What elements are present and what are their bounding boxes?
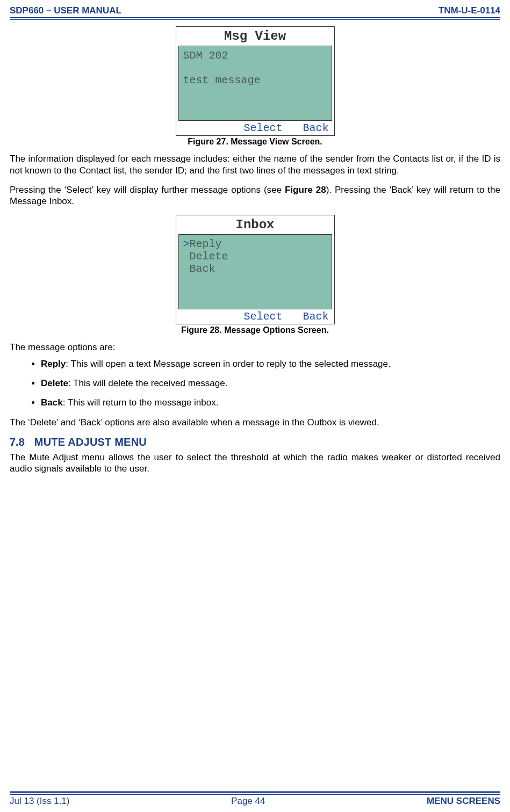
- option-back-text: : This will return to the message inbox.: [63, 397, 219, 408]
- list-item: Reply: This will open a text Message scr…: [41, 359, 500, 369]
- section-number: 7.8: [10, 436, 25, 448]
- paragraph-select-key: Pressing the ‘Select’ key will display f…: [10, 184, 500, 208]
- paragraph-options-intro: The message options are:: [10, 342, 500, 353]
- footer-left: Jul 13 (Iss 1.1): [10, 796, 70, 807]
- softkey-select[interactable]: Select: [243, 310, 282, 323]
- screen-title-inbox: Inbox: [178, 218, 332, 232]
- figure-27-caption: Figure 27. Message View Screen.: [188, 137, 322, 147]
- message-options-list: Reply: This will open a text Message scr…: [10, 359, 500, 408]
- screen-body-inbox: >Reply Delete Back: [178, 234, 332, 309]
- screen-body: SDM 202 test message: [178, 46, 332, 121]
- header-right: TNM-U-E-0114: [439, 5, 500, 16]
- device-screen-msg-view: Msg View SDM 202 test message Select Bac…: [176, 26, 335, 136]
- figure-28: Inbox >Reply Delete Back Select Back Fig…: [10, 215, 500, 339]
- cursor-icon: >: [183, 238, 190, 250]
- header-left: SDP660 – USER MANUAL: [10, 5, 121, 16]
- figure-28-caption: Figure 28. Message Options Screen.: [181, 325, 329, 335]
- paragraph-msg-info: The information displayed for each messa…: [10, 153, 500, 177]
- footer-center: Page 44: [231, 796, 265, 807]
- msg-text-line: test message: [183, 74, 327, 86]
- option-reply-label: Reply: [190, 238, 222, 250]
- option-back-lead: Back: [41, 397, 63, 408]
- softkey-back[interactable]: Back: [303, 122, 328, 134]
- figure-28-ref: Figure 28: [285, 185, 326, 195]
- footer-right: MENU SCREENS: [427, 796, 500, 807]
- softkey-select[interactable]: Select: [243, 122, 282, 134]
- screen-title: Msg View: [178, 29, 332, 44]
- option-delete-row[interactable]: Delete: [183, 250, 327, 263]
- device-screen-inbox: Inbox >Reply Delete Back Select Back: [176, 215, 335, 324]
- blank-line: [183, 62, 327, 74]
- list-item: Back: This will return to the message in…: [41, 397, 500, 408]
- list-item: Delete: This will delete the received me…: [41, 378, 500, 389]
- option-reply-row[interactable]: >Reply: [183, 238, 327, 250]
- option-delete-lead: Delete: [41, 378, 68, 388]
- option-back-row[interactable]: Back: [183, 263, 327, 275]
- para2-lead: Pressing the ‘Select’ key will display f…: [10, 185, 285, 195]
- option-reply-lead: Reply: [41, 359, 66, 369]
- section-heading-mute-adjust: 7.8MUTE ADJUST MENU: [10, 436, 500, 448]
- paragraph-mute-adjust: The Mute Adjust menu allows the user to …: [10, 452, 500, 475]
- figure-27: Msg View SDM 202 test message Select Bac…: [10, 26, 500, 151]
- footer-rule-bottom: [10, 792, 500, 795]
- section-title: MUTE ADJUST MENU: [34, 436, 147, 448]
- option-reply-text: : This will open a text Message screen i…: [66, 359, 390, 369]
- paragraph-outbox-note: The ‘Delete’ and ‘Back’ options are also…: [10, 417, 500, 429]
- option-delete-text: : This will delete the received message.: [68, 378, 227, 388]
- msg-sender: SDM 202: [183, 49, 327, 62]
- softkey-back[interactable]: Back: [303, 310, 328, 323]
